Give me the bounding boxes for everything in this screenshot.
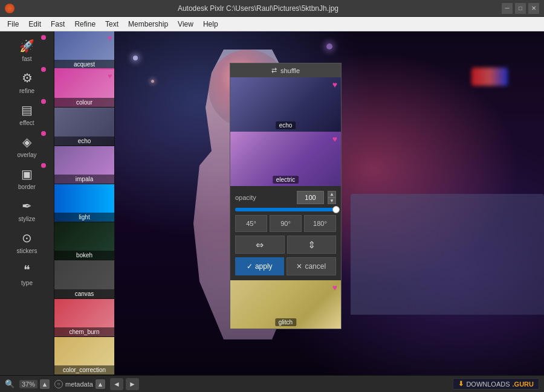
menu-file[interactable]: File xyxy=(2,19,24,30)
downloads-icon: ⬇ xyxy=(458,380,464,388)
tool-refine-label: refine xyxy=(19,88,34,94)
menu-help[interactable]: Help xyxy=(198,19,223,30)
menu-view[interactable]: View xyxy=(173,19,198,30)
effect-dot xyxy=(41,99,46,104)
car-body xyxy=(351,194,544,315)
filter-echo[interactable]: echo xyxy=(54,108,114,146)
flip-vertical-button[interactable]: ⇕ xyxy=(287,236,337,254)
filter-impala-label: impala xyxy=(54,175,114,184)
rotate-180-button[interactable]: 180° xyxy=(304,215,336,232)
tool-border[interactable]: ▣ border xyxy=(2,162,52,193)
close-button[interactable]: ✕ xyxy=(528,3,539,14)
menu-refine[interactable]: Refine xyxy=(70,19,100,30)
overlay-dot xyxy=(41,131,46,136)
border-icon: ▣ xyxy=(18,164,37,184)
zoom-value[interactable]: 37% xyxy=(19,380,37,388)
tool-stickers[interactable]: ⊙ stickers xyxy=(2,226,52,257)
heart-colour: ♥ xyxy=(108,72,112,80)
window-controls: ─ □ ✕ xyxy=(502,3,539,14)
flip-v-icon: ⇕ xyxy=(308,239,316,251)
metadata-up-button[interactable]: ▲ xyxy=(96,379,105,389)
x-icon: ✕ xyxy=(296,262,302,271)
filter-color-correction[interactable]: color_correction xyxy=(54,337,114,375)
filter-color-correction-label: color_correction xyxy=(54,365,114,374)
apply-label: apply xyxy=(255,262,273,271)
popup-filter-electric[interactable]: ♥ electric xyxy=(230,132,341,186)
filter-acquest-label: acquest xyxy=(54,60,114,69)
downloads-badge: ⬇ DOWNLOADS .GURU xyxy=(453,378,539,390)
rotate-45-button[interactable]: 45° xyxy=(235,215,267,232)
checkmark-icon: ✓ xyxy=(247,262,253,271)
fast-icon: 🚀 xyxy=(18,36,37,56)
tool-type[interactable]: ❝ type xyxy=(2,258,52,289)
tool-stylize[interactable]: ✒ stylize xyxy=(2,194,52,225)
cancel-label: cancel xyxy=(305,262,326,271)
opacity-down-button[interactable]: ▼ xyxy=(328,198,336,204)
shuffle-icon: ⇄ xyxy=(271,66,277,74)
stylize-icon: ✒ xyxy=(18,196,37,216)
action-row: ✓ apply ✕ cancel xyxy=(235,257,336,275)
effect-icon: ▤ xyxy=(18,100,37,120)
echo-label: echo xyxy=(276,121,296,129)
tool-refine[interactable]: ⚙ refine xyxy=(2,66,52,97)
filter-impala[interactable]: impala xyxy=(54,146,114,184)
metadata-section: ○ metadata ▲ xyxy=(54,379,105,389)
flip-row: ⇔ ⇕ xyxy=(235,236,336,254)
filter-acquest[interactable]: ♥ acquest xyxy=(54,31,114,69)
filter-bokeh-label: bokeh xyxy=(54,251,114,260)
zoom-control: 37% ▲ xyxy=(19,379,50,389)
nav-back-button[interactable]: ◄ xyxy=(110,378,123,390)
tool-effect-label: effect xyxy=(19,120,34,126)
cancel-button[interactable]: ✕ cancel xyxy=(287,257,337,275)
tool-stylize-label: stylize xyxy=(19,216,36,222)
opacity-up-button[interactable]: ▲ xyxy=(328,191,336,198)
glitch-label: glitch xyxy=(275,318,296,326)
slider-thumb[interactable] xyxy=(332,206,340,213)
flip-horizontal-button[interactable]: ⇔ xyxy=(235,236,285,254)
filter-canvas[interactable]: canvas xyxy=(54,260,114,298)
nav-forward-button[interactable]: ► xyxy=(126,378,139,390)
menu-text[interactable]: Text xyxy=(100,19,123,30)
tool-fast[interactable]: 🚀 fast xyxy=(2,34,52,65)
tool-overlay-label: overlay xyxy=(17,152,36,158)
glitch-preview[interactable]: ♥ glitch xyxy=(230,280,341,329)
zoom-up-button[interactable]: ▲ xyxy=(40,379,50,389)
filter-light-label: light xyxy=(54,213,114,222)
echo-heart-icon: ♥ xyxy=(332,80,337,89)
metadata-circle-icon: ○ xyxy=(54,380,63,388)
opacity-slider[interactable] xyxy=(235,208,336,211)
filter-chem-burn[interactable]: chem_burn xyxy=(54,299,114,337)
maximize-button[interactable]: □ xyxy=(515,3,526,14)
tool-type-label: type xyxy=(21,280,33,286)
glitch-heart-icon: ♥ xyxy=(332,283,337,292)
filter-light[interactable]: light xyxy=(54,184,114,222)
menu-membership[interactable]: Membership xyxy=(123,19,173,30)
opacity-row: opacity 100 ▲ ▼ xyxy=(235,191,336,204)
title-bar: Autodesk Pixlr C:\Users\Raul\Pictures\5k… xyxy=(0,0,544,17)
rotate-90-button[interactable]: 90° xyxy=(270,215,302,232)
tool-overlay[interactable]: ◈ overlay xyxy=(2,130,52,161)
flip-h-icon: ⇔ xyxy=(256,239,264,251)
overlay-icon: ◈ xyxy=(18,132,37,152)
filter-bokeh[interactable]: bokeh xyxy=(54,222,114,260)
fast-dot xyxy=(41,35,46,40)
filter-colour[interactable]: ♥ colour xyxy=(54,69,114,108)
opacity-value[interactable]: 100 xyxy=(297,191,324,204)
canvas-area: ⇄ shuffle ♥ echo ♥ electric opacity 10 xyxy=(115,31,544,375)
control-panel: ⇄ shuffle ♥ echo ♥ electric opacity 10 xyxy=(230,63,342,329)
tool-border-label: border xyxy=(18,184,36,190)
border-dot xyxy=(41,163,46,168)
menu-edit[interactable]: Edit xyxy=(24,19,46,30)
filter-echo-label: echo xyxy=(54,137,114,146)
minimize-button[interactable]: ─ xyxy=(502,3,513,14)
tool-effect[interactable]: ▤ effect xyxy=(2,98,52,129)
menu-fast[interactable]: Fast xyxy=(46,19,70,30)
popup-filter-echo[interactable]: ♥ echo xyxy=(230,77,341,132)
shuffle-button[interactable]: ⇄ shuffle xyxy=(230,63,341,77)
app-icon xyxy=(5,4,15,13)
stickers-icon: ⊙ xyxy=(18,228,37,248)
apply-button[interactable]: ✓ apply xyxy=(235,257,284,275)
police-light xyxy=(471,68,508,86)
filter-colour-label: colour xyxy=(54,98,114,107)
metadata-label: metadata xyxy=(65,381,93,388)
